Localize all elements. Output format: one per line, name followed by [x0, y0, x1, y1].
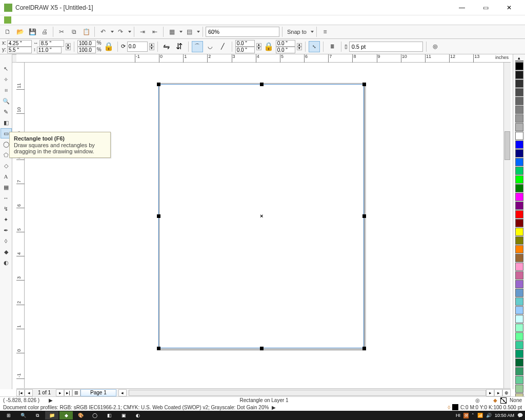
crop-tool[interactable]: ⌗	[1, 85, 12, 95]
handle-br[interactable]	[362, 347, 366, 350]
interactive-fill-tool[interactable]: ◐	[1, 257, 12, 268]
rotation-spinner[interactable]: ▲▼	[149, 43, 154, 50]
round-corner-button[interactable]: ⌒	[192, 41, 203, 52]
copy-button[interactable]: ⧉	[68, 26, 79, 37]
corner-tl-input[interactable]	[235, 40, 255, 47]
task-app3[interactable]: ▣	[117, 411, 130, 419]
basic-shapes-tool[interactable]: ◇	[1, 161, 12, 171]
eyedropper-tool[interactable]: ✒	[1, 225, 12, 235]
size-spinner[interactable]: ▲▼	[66, 43, 71, 50]
undo-button[interactable]: ↶	[97, 26, 109, 37]
color-swatch[interactable]	[515, 245, 523, 253]
outline-pen-icon[interactable]: ◊	[448, 405, 450, 410]
tray-lang-label[interactable]: HI	[456, 413, 460, 418]
corner-lock-button[interactable]: 🔒	[263, 41, 274, 52]
minimize-button[interactable]: —	[450, 0, 474, 15]
task-search[interactable]: 🔍	[16, 411, 30, 419]
color-swatch[interactable]	[515, 219, 523, 227]
color-swatch[interactable]	[515, 332, 523, 341]
zoom-in-status-button[interactable]: ⊕	[502, 389, 511, 396]
smart-fill-tool[interactable]: ◧	[1, 117, 12, 128]
relative-corner-button[interactable]: ⤡	[309, 41, 320, 52]
tray-wifi-icon[interactable]: 📶	[477, 413, 483, 418]
publish-pdf-button[interactable]: ▦	[166, 26, 177, 37]
next-page-button[interactable]: ▸	[56, 389, 64, 396]
handle-tl[interactable]	[157, 83, 160, 86]
handle-bl[interactable]	[157, 347, 160, 350]
snap-to-label[interactable]: Snap to	[287, 29, 307, 35]
color-swatch[interactable]	[515, 158, 523, 166]
to-front-button[interactable]: ◎	[430, 41, 441, 52]
vscroll-thumb[interactable]	[504, 131, 510, 160]
color-swatch[interactable]	[515, 167, 523, 175]
color-swatch[interactable]	[515, 71, 523, 79]
width-input[interactable]	[39, 40, 64, 47]
object-details-icon[interactable]: ◎	[475, 397, 480, 403]
color-swatch[interactable]	[515, 306, 523, 314]
color-swatch[interactable]	[515, 280, 523, 288]
color-swatch[interactable]	[515, 88, 523, 96]
options-button[interactable]: ≡	[319, 26, 331, 37]
text-tool[interactable]: A	[1, 171, 12, 182]
lock-ratio-button[interactable]: 🔒	[103, 41, 114, 52]
import-button[interactable]: ⇥	[137, 26, 148, 37]
color-swatch[interactable]	[515, 193, 523, 201]
color-swatch[interactable]	[515, 376, 523, 384]
outline-color-swatch[interactable]	[452, 404, 458, 410]
handle-tm[interactable]	[260, 83, 264, 86]
publish-dropdown-icon[interactable]	[179, 31, 183, 33]
task-app1[interactable]: ◯	[88, 411, 102, 419]
tray-up-icon[interactable]: ˄	[472, 413, 474, 418]
first-page-button[interactable]: |◂	[16, 389, 25, 396]
mirror-v-button[interactable]: ⇵	[174, 41, 185, 52]
no-color-swatch[interactable]	[515, 61, 523, 62]
color-swatch[interactable]	[515, 358, 523, 367]
new-button[interactable]: 🗋	[2, 26, 13, 37]
color-swatch[interactable]	[515, 210, 523, 218]
color-swatch[interactable]	[515, 123, 523, 131]
task-view[interactable]: ⧉	[31, 411, 44, 419]
color-swatch[interactable]	[515, 324, 523, 332]
hscroll-right-button[interactable]: ▸	[486, 389, 494, 396]
rotation-input[interactable]	[127, 42, 148, 52]
scale-y-input[interactable]	[77, 47, 96, 53]
scale-x-input[interactable]	[77, 40, 96, 47]
effects-tool[interactable]: ✦	[1, 214, 12, 225]
paste-button[interactable]: 📋	[80, 26, 92, 37]
color-swatch[interactable]	[515, 184, 523, 192]
app-launcher-button[interactable]: ▤	[184, 26, 195, 37]
color-swatch[interactable]	[515, 254, 523, 262]
palette-up-button[interactable]: ▴	[516, 55, 523, 61]
task-explorer[interactable]: 📁	[45, 411, 58, 419]
cut-button[interactable]: ✂	[56, 26, 67, 37]
color-swatch[interactable]	[515, 141, 523, 149]
handle-bm[interactable]	[260, 347, 264, 350]
task-browser[interactable]: 🎨	[74, 411, 87, 419]
tray-ime-label[interactable]: अ	[463, 413, 469, 418]
color-swatch[interactable]	[515, 341, 523, 349]
task-corel[interactable]: ◆	[59, 411, 73, 419]
maximize-button[interactable]: ▭	[474, 0, 497, 15]
save-button[interactable]: 💾	[27, 26, 38, 37]
corner-left-spinner[interactable]: ▲▼	[256, 43, 261, 50]
outline-tool[interactable]: ◊	[1, 236, 12, 246]
handle-ml[interactable]	[157, 214, 160, 218]
fill-icon[interactable]: ◆	[493, 397, 497, 403]
dimension-tool[interactable]: ↔	[1, 193, 12, 203]
tray-volume-icon[interactable]: 🔊	[486, 413, 492, 418]
ruler-horizontal[interactable]: inches -1012345678910111213	[16, 54, 511, 63]
zoom-out-status-button[interactable]: ▸	[494, 389, 502, 396]
y-input[interactable]	[7, 47, 32, 53]
snapto-dropdown-icon[interactable]	[311, 31, 314, 33]
corner-tr-input[interactable]	[276, 40, 295, 47]
table-tool[interactable]: ▦	[1, 182, 12, 192]
pick-tool[interactable]: ↖	[1, 64, 12, 74]
vertical-scrollbar[interactable]	[503, 63, 511, 389]
corner-bl-input[interactable]	[235, 47, 255, 53]
handle-tr[interactable]	[362, 83, 366, 86]
color-swatch[interactable]	[515, 367, 523, 375]
horizontal-scrollbar[interactable]	[129, 390, 486, 396]
color-swatch[interactable]	[515, 289, 523, 297]
color-swatch[interactable]	[515, 106, 523, 114]
color-swatch[interactable]	[515, 175, 523, 184]
